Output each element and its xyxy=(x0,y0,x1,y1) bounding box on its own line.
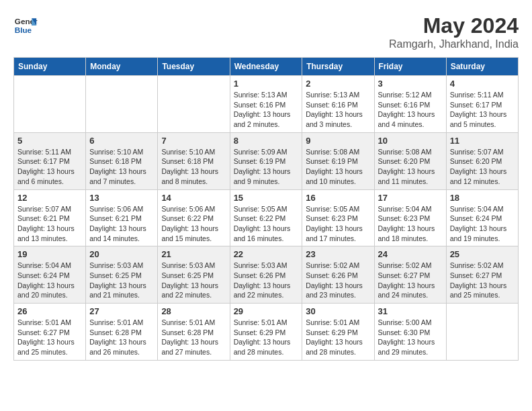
day-number: 11 xyxy=(450,136,515,146)
day-info: Sunrise: 5:12 AM Sunset: 6:16 PM Dayligh… xyxy=(378,90,443,130)
calendar-cell: 8Sunrise: 5:09 AM Sunset: 6:19 PM Daylig… xyxy=(230,132,302,189)
calendar-week-row: 26Sunrise: 5:01 AM Sunset: 6:27 PM Dayli… xyxy=(14,304,519,361)
day-number: 23 xyxy=(306,249,370,259)
day-info: Sunrise: 5:10 AM Sunset: 6:18 PM Dayligh… xyxy=(89,147,154,187)
day-number: 25 xyxy=(450,249,515,259)
weekday-header-friday: Friday xyxy=(374,58,446,76)
calendar-cell: 17Sunrise: 5:04 AM Sunset: 6:23 PM Dayli… xyxy=(374,189,446,246)
day-number: 18 xyxy=(450,193,515,203)
day-number: 21 xyxy=(161,249,226,259)
calendar-cell xyxy=(158,76,230,133)
day-info: Sunrise: 5:02 AM Sunset: 6:26 PM Dayligh… xyxy=(306,261,370,300)
day-info: Sunrise: 5:08 AM Sunset: 6:19 PM Dayligh… xyxy=(306,147,370,187)
calendar-cell: 14Sunrise: 5:06 AM Sunset: 6:22 PM Dayli… xyxy=(158,189,230,246)
day-info: Sunrise: 5:10 AM Sunset: 6:18 PM Dayligh… xyxy=(161,147,226,187)
day-number: 14 xyxy=(161,193,226,203)
day-info: Sunrise: 5:01 AM Sunset: 6:29 PM Dayligh… xyxy=(306,318,370,357)
calendar-cell: 20Sunrise: 5:03 AM Sunset: 6:25 PM Dayli… xyxy=(86,246,158,304)
day-number: 29 xyxy=(234,306,299,316)
day-number: 17 xyxy=(378,193,443,203)
day-number: 20 xyxy=(89,249,154,259)
calendar-cell: 13Sunrise: 5:06 AM Sunset: 6:21 PM Dayli… xyxy=(86,189,158,246)
day-number: 30 xyxy=(306,306,370,316)
calendar-cell: 18Sunrise: 5:04 AM Sunset: 6:24 PM Dayli… xyxy=(446,189,518,246)
weekday-header-thursday: Thursday xyxy=(302,58,374,76)
day-number: 8 xyxy=(234,136,299,146)
calendar-cell: 22Sunrise: 5:03 AM Sunset: 6:26 PM Dayli… xyxy=(230,246,302,304)
calendar-cell: 12Sunrise: 5:07 AM Sunset: 6:21 PM Dayli… xyxy=(14,189,86,246)
logo-icon: General Blue xyxy=(13,13,38,38)
day-number: 5 xyxy=(17,136,82,146)
day-info: Sunrise: 5:06 AM Sunset: 6:21 PM Dayligh… xyxy=(89,204,154,244)
calendar-cell: 28Sunrise: 5:01 AM Sunset: 6:28 PM Dayli… xyxy=(158,304,230,361)
calendar-cell: 4Sunrise: 5:11 AM Sunset: 6:17 PM Daylig… xyxy=(446,76,518,133)
day-info: Sunrise: 5:01 AM Sunset: 6:28 PM Dayligh… xyxy=(89,318,154,357)
calendar-cell: 15Sunrise: 5:05 AM Sunset: 6:22 PM Dayli… xyxy=(230,189,302,246)
calendar-week-row: 1Sunrise: 5:13 AM Sunset: 6:16 PM Daylig… xyxy=(14,76,519,133)
calendar-cell: 10Sunrise: 5:08 AM Sunset: 6:20 PM Dayli… xyxy=(374,132,446,189)
location-subtitle: Ramgarh, Jharkhand, India xyxy=(389,38,519,50)
day-number: 1 xyxy=(234,79,299,89)
day-info: Sunrise: 5:04 AM Sunset: 6:24 PM Dayligh… xyxy=(450,204,515,244)
calendar-cell: 5Sunrise: 5:11 AM Sunset: 6:17 PM Daylig… xyxy=(14,132,86,189)
calendar-header-row: SundayMondayTuesdayWednesdayThursdayFrid… xyxy=(14,58,519,76)
day-number: 24 xyxy=(378,249,443,259)
day-number: 10 xyxy=(378,136,443,146)
day-info: Sunrise: 5:01 AM Sunset: 6:29 PM Dayligh… xyxy=(234,318,299,357)
day-number: 19 xyxy=(17,249,82,259)
calendar-cell: 25Sunrise: 5:02 AM Sunset: 6:27 PM Dayli… xyxy=(446,246,518,304)
calendar-cell: 1Sunrise: 5:13 AM Sunset: 6:16 PM Daylig… xyxy=(230,76,302,133)
calendar-week-row: 12Sunrise: 5:07 AM Sunset: 6:21 PM Dayli… xyxy=(14,189,519,246)
day-info: Sunrise: 5:13 AM Sunset: 6:16 PM Dayligh… xyxy=(306,90,370,130)
day-number: 22 xyxy=(234,249,299,259)
day-info: Sunrise: 5:11 AM Sunset: 6:17 PM Dayligh… xyxy=(450,90,515,130)
calendar-cell: 9Sunrise: 5:08 AM Sunset: 6:19 PM Daylig… xyxy=(302,132,374,189)
month-year-title: May 2024 xyxy=(389,13,519,38)
day-number: 12 xyxy=(17,193,82,203)
calendar-cell xyxy=(446,304,518,361)
logo: General Blue xyxy=(13,13,38,38)
day-number: 6 xyxy=(89,136,154,146)
day-info: Sunrise: 5:06 AM Sunset: 6:22 PM Dayligh… xyxy=(161,204,226,244)
calendar-week-row: 5Sunrise: 5:11 AM Sunset: 6:17 PM Daylig… xyxy=(14,132,519,189)
day-info: Sunrise: 5:00 AM Sunset: 6:30 PM Dayligh… xyxy=(378,318,443,357)
day-info: Sunrise: 5:07 AM Sunset: 6:20 PM Dayligh… xyxy=(450,147,515,187)
day-number: 26 xyxy=(17,306,82,316)
calendar-cell: 21Sunrise: 5:03 AM Sunset: 6:25 PM Dayli… xyxy=(158,246,230,304)
page-header: General Blue May 2024 Ramgarh, Jharkhand… xyxy=(13,13,519,50)
weekday-header-monday: Monday xyxy=(86,58,158,76)
day-number: 4 xyxy=(450,79,515,89)
day-number: 28 xyxy=(161,306,226,316)
calendar-cell: 3Sunrise: 5:12 AM Sunset: 6:16 PM Daylig… xyxy=(374,76,446,133)
day-number: 16 xyxy=(306,193,370,203)
weekday-header-sunday: Sunday xyxy=(14,58,86,76)
title-block: May 2024 Ramgarh, Jharkhand, India xyxy=(389,13,519,50)
day-info: Sunrise: 5:04 AM Sunset: 6:23 PM Dayligh… xyxy=(378,204,443,244)
day-info: Sunrise: 5:05 AM Sunset: 6:23 PM Dayligh… xyxy=(306,204,370,244)
calendar-cell: 19Sunrise: 5:04 AM Sunset: 6:24 PM Dayli… xyxy=(14,246,86,304)
day-number: 13 xyxy=(89,193,154,203)
calendar-table: SundayMondayTuesdayWednesdayThursdayFrid… xyxy=(13,57,519,361)
day-number: 9 xyxy=(306,136,370,146)
calendar-cell: 29Sunrise: 5:01 AM Sunset: 6:29 PM Dayli… xyxy=(230,304,302,361)
day-number: 2 xyxy=(306,79,370,89)
day-number: 27 xyxy=(89,306,154,316)
day-info: Sunrise: 5:05 AM Sunset: 6:22 PM Dayligh… xyxy=(234,204,299,244)
weekday-header-saturday: Saturday xyxy=(446,58,518,76)
calendar-cell xyxy=(14,76,86,133)
calendar-cell: 23Sunrise: 5:02 AM Sunset: 6:26 PM Dayli… xyxy=(302,246,374,304)
day-info: Sunrise: 5:09 AM Sunset: 6:19 PM Dayligh… xyxy=(234,147,299,187)
day-info: Sunrise: 5:08 AM Sunset: 6:20 PM Dayligh… xyxy=(378,147,443,187)
calendar-cell: 30Sunrise: 5:01 AM Sunset: 6:29 PM Dayli… xyxy=(302,304,374,361)
calendar-cell: 16Sunrise: 5:05 AM Sunset: 6:23 PM Dayli… xyxy=(302,189,374,246)
calendar-cell: 24Sunrise: 5:02 AM Sunset: 6:27 PM Dayli… xyxy=(374,246,446,304)
calendar-cell: 11Sunrise: 5:07 AM Sunset: 6:20 PM Dayli… xyxy=(446,132,518,189)
day-number: 31 xyxy=(378,306,443,316)
day-info: Sunrise: 5:03 AM Sunset: 6:26 PM Dayligh… xyxy=(234,261,299,300)
calendar-cell: 27Sunrise: 5:01 AM Sunset: 6:28 PM Dayli… xyxy=(86,304,158,361)
calendar-cell: 26Sunrise: 5:01 AM Sunset: 6:27 PM Dayli… xyxy=(14,304,86,361)
weekday-header-tuesday: Tuesday xyxy=(158,58,230,76)
day-info: Sunrise: 5:02 AM Sunset: 6:27 PM Dayligh… xyxy=(450,261,515,300)
day-info: Sunrise: 5:04 AM Sunset: 6:24 PM Dayligh… xyxy=(17,261,82,300)
calendar-cell: 7Sunrise: 5:10 AM Sunset: 6:18 PM Daylig… xyxy=(158,132,230,189)
